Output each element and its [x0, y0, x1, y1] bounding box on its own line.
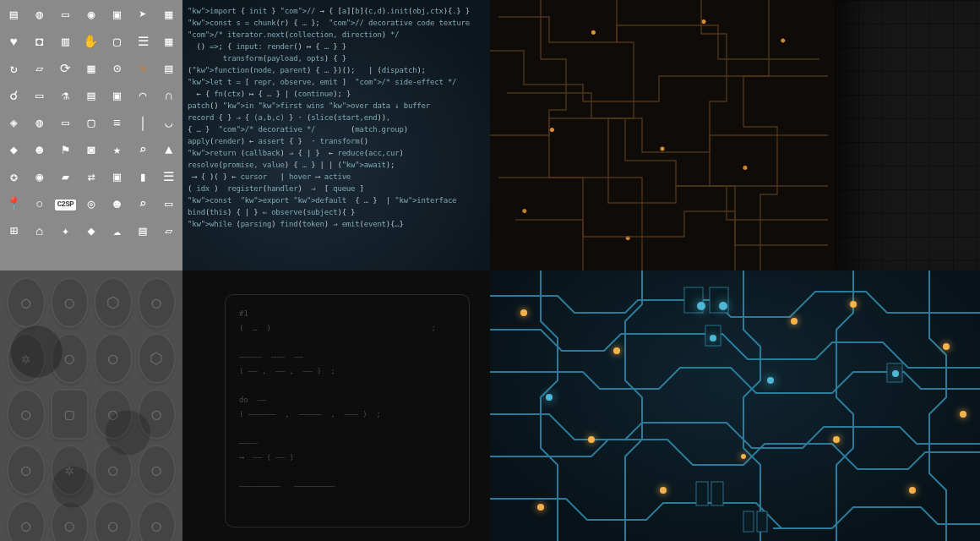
texture-gear-4: ✲	[7, 333, 46, 384]
arc-icon: ◡	[160, 114, 178, 133]
chart-icon: ▲	[160, 141, 178, 160]
badge-icon: ★	[108, 141, 127, 160]
robot-icon: ☻	[30, 141, 49, 160]
sync-icon: ⟳	[56, 60, 74, 79]
svg-point-18	[791, 318, 798, 325]
svg-point-12	[546, 394, 553, 401]
jar-icon: ◍	[30, 114, 49, 133]
panel-icon-sheet: ▤◍▭◉▣➤▦♥◘▥✋▢☰▦↻▱⟳▦⊙✎▤☌▭⚗▤▣◠∩◈◍▭▢≡│◡◆☻⚑◙★…	[0, 0, 182, 270]
copper-traces-svg	[490, 0, 835, 270]
texture-ring-8: ◯	[7, 389, 46, 440]
svg-point-10	[710, 335, 716, 342]
eye-icon: ◉	[30, 168, 49, 187]
texture-layer: ◯◯⬡◯✲◯◯⬡◯▢◯◯◯✲◯◯◯◯◯◯	[0, 270, 182, 541]
circuit-copper-area	[490, 0, 835, 270]
svg-point-9	[719, 302, 727, 310]
circle-icon: ○	[30, 195, 49, 214]
zoom-icon: ⌕	[133, 195, 152, 214]
square-icon: ▢	[82, 114, 101, 133]
hand-icon: ✋	[82, 33, 101, 52]
refresh-icon: ↻	[4, 60, 23, 79]
svg-point-8	[697, 302, 705, 310]
texture-ring-10: ◯	[94, 389, 133, 440]
texture-ring-14: ◯	[94, 445, 133, 495]
code-block: "kw">import { init } "com">// → { [a][b]…	[188, 5, 485, 265]
window-icon: ▦	[160, 6, 178, 25]
drop-icon: ◆	[82, 222, 101, 241]
svg-rect-5	[743, 511, 754, 532]
grid-icon: ▦	[82, 60, 101, 79]
swap-icon: ⇄	[82, 168, 101, 187]
panel-circuit-copper	[490, 0, 980, 270]
svg-rect-6	[757, 511, 767, 532]
flag-icon: ⚑	[56, 141, 74, 160]
shield-icon: ◈	[4, 114, 23, 133]
svg-point-22	[909, 487, 916, 494]
svg-point-24	[960, 411, 966, 418]
note-icon: ▤	[82, 87, 101, 106]
cursor-icon: ➤	[133, 6, 152, 25]
divider-icon: │	[133, 114, 152, 133]
panel-code-terminal: "kw">import { init } "com">// → { [a][b]…	[182, 0, 490, 270]
map-icon: ▱	[160, 222, 178, 241]
faint-card: #1 ( … ) ; ————— ——— —— ( —— , —— , —— )…	[225, 294, 470, 527]
user-icon: ◉	[82, 6, 101, 25]
texture-ring-12: ◯	[7, 445, 46, 495]
wrench-icon: ✦	[56, 222, 74, 241]
svg-point-23	[537, 504, 544, 511]
flask-icon: ⚗	[56, 87, 74, 106]
panel-black-card: #1 ( … ) ; ————— ——— —— ( —— , —— , —— )…	[182, 270, 490, 541]
headphones-icon: ◠	[133, 87, 152, 106]
svg-rect-4	[711, 482, 723, 505]
blue-traces-svg	[490, 270, 980, 541]
svg-point-25	[741, 454, 746, 459]
svg-rect-3	[696, 482, 708, 505]
image-icon: ▣	[108, 6, 127, 25]
texture-ring-0: ◯	[7, 277, 46, 328]
svg-point-14	[520, 309, 527, 316]
texture-ring-1: ◯	[51, 277, 90, 328]
texture-gear-13: ✲	[51, 445, 90, 495]
camera-icon: ◘	[30, 33, 49, 52]
chat-icon: ☌	[4, 87, 23, 106]
home-icon: ⌂	[30, 222, 49, 241]
photo-icon: ▣	[108, 87, 127, 106]
svg-point-21	[833, 436, 840, 443]
texture-ring-15: ◯	[138, 445, 177, 495]
icon-sheet: ▤◍▭◉▣➤▦♥◘▥✋▢☰▦↻▱⟳▦⊙✎▤☌▭⚗▤▣◠∩◈◍▭▢≡│◡◆☻⚑◙★…	[3, 3, 179, 267]
svg-point-15	[613, 347, 620, 354]
texture-hex-7: ⬡	[138, 333, 177, 384]
panel-circuit-blue	[490, 270, 980, 541]
laptop-icon: ▭	[30, 87, 49, 106]
texture-ring-17: ◯	[51, 500, 90, 541]
svg-point-17	[660, 487, 667, 494]
monitor-icon: ▢	[108, 33, 127, 52]
collage-grid: ▤◍▭◉▣➤▦♥◘▥✋▢☰▦↻▱⟳▦⊙✎▤☌▭⚗▤▣◠∩◈◍▭▢≡│◡◆☻⚑◙★…	[0, 0, 980, 541]
save-icon: ▣	[108, 168, 127, 187]
svg-point-16	[588, 436, 595, 443]
document-icon: ▤	[4, 6, 23, 25]
texture-ring-18: ◯	[94, 500, 133, 541]
medal-icon: ✪	[4, 168, 23, 187]
bottle-icon: ◍	[30, 6, 49, 25]
calendar-icon: ▦	[160, 33, 178, 52]
bookmark-icon: ▮	[133, 168, 152, 187]
marker-icon: ✎	[133, 60, 152, 79]
tag-icon: ◆	[4, 141, 23, 160]
bars-icon: ≡	[108, 114, 127, 133]
clipboard-icon: ▤	[160, 60, 178, 79]
gift-icon: ⊞	[4, 222, 23, 241]
texture-ring-16: ◯	[7, 500, 46, 541]
rectangle-icon: ▭	[56, 114, 74, 133]
texture-ring-6: ◯	[94, 333, 133, 384]
search-icon: ⌕	[133, 141, 152, 160]
texture-hex-2: ⬡	[94, 277, 133, 328]
texture-ring-11: ◯	[138, 389, 177, 440]
headphones-alt-icon: ∩	[160, 87, 178, 106]
person-icon: ☻	[108, 195, 127, 214]
panel-grey-texture: ◯◯⬡◯✲◯◯⬡◯▢◯◯◯✲◯◯◯◯◯◯	[0, 270, 182, 541]
heart-icon: ♥	[4, 33, 23, 52]
texture-ring-3: ◯	[138, 277, 177, 328]
list-icon: ☰	[160, 168, 178, 187]
folder-open-icon: ▰	[56, 168, 74, 187]
